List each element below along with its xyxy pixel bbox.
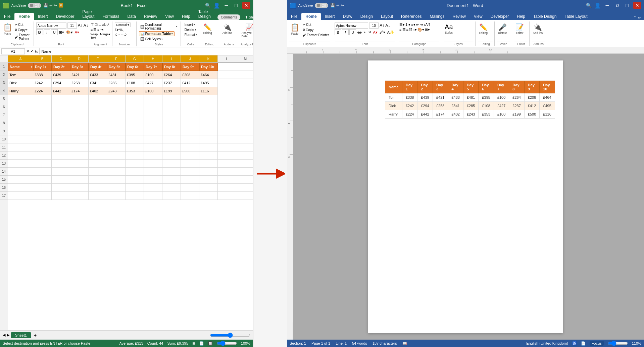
- cell-A4[interactable]: Harry: [8, 87, 33, 95]
- word-font-color-btn[interactable]: A▾: [372, 30, 378, 35]
- cell-B6[interactable]: [33, 103, 52, 111]
- word-tab-home[interactable]: Home: [301, 13, 320, 20]
- cell-M1[interactable]: [236, 63, 253, 71]
- cell-I17[interactable]: [162, 192, 181, 200]
- cell-A9[interactable]: [8, 127, 33, 135]
- word-bold-btn[interactable]: B: [335, 29, 341, 35]
- cut-btn[interactable]: ✂ Cut: [13, 23, 32, 27]
- cell-F15[interactable]: [107, 176, 126, 184]
- word-tab-tabledesign[interactable]: Table Design: [529, 13, 560, 20]
- cell-H1[interactable]: Day 7 ▾: [144, 63, 162, 71]
- comments-btn[interactable]: Comments: [217, 14, 240, 20]
- cell-M10[interactable]: [236, 135, 253, 143]
- cell-E13[interactable]: [89, 160, 107, 168]
- cell-D13[interactable]: [70, 160, 89, 168]
- row-header-13[interactable]: 13: [0, 160, 8, 168]
- cell-I9[interactable]: [162, 127, 181, 135]
- align-left-icon[interactable]: ≡: [91, 28, 93, 32]
- word-tab-file[interactable]: File: [287, 13, 301, 20]
- cell-F14[interactable]: [107, 168, 126, 176]
- excel-tab-review[interactable]: Review: [140, 13, 161, 20]
- cell-L3[interactable]: [218, 79, 236, 87]
- cell-C5[interactable]: [52, 95, 70, 103]
- word-shading-btn[interactable]: 🎨▾: [417, 28, 424, 32]
- cell-A6[interactable]: [8, 103, 33, 111]
- word-tab-design[interactable]: Design: [356, 13, 377, 20]
- formula-input[interactable]: [39, 48, 252, 54]
- cell-I11[interactable]: [162, 143, 181, 151]
- align-middle-icon[interactable]: ⊡: [95, 23, 98, 27]
- row-header-10[interactable]: 10: [0, 135, 8, 143]
- excel-tab-view[interactable]: View: [161, 13, 178, 20]
- cell-E2[interactable]: £433: [89, 71, 107, 79]
- cell-F16[interactable]: [107, 184, 126, 192]
- next-sheet-btn[interactable]: ▶: [7, 333, 9, 337]
- word-editor-btn[interactable]: 📝 Editor: [514, 23, 525, 35]
- cell-C12[interactable]: [52, 151, 70, 160]
- word-autosave-toggle[interactable]: Off: [315, 3, 328, 8]
- sheet-tab-sheet1[interactable]: Sheet1: [11, 332, 31, 338]
- word-search-icon[interactable]: 🔍: [586, 3, 592, 8]
- cell-G3[interactable]: £108: [126, 79, 144, 87]
- cell-D9[interactable]: [70, 127, 89, 135]
- cell-J4[interactable]: £500: [181, 87, 199, 95]
- cell-L15[interactable]: [218, 176, 236, 184]
- cell-M9[interactable]: [236, 127, 253, 135]
- word-tab-references[interactable]: References: [397, 13, 426, 20]
- cell-D3[interactable]: £258: [70, 79, 89, 87]
- word-editing-btn[interactable]: ✏️ Editing: [478, 23, 489, 35]
- cell-K7[interactable]: [199, 111, 218, 119]
- cell-A15[interactable]: [8, 176, 33, 184]
- cell-L11[interactable]: [218, 143, 236, 151]
- word-cut-btn[interactable]: ✂ Cut: [301, 23, 330, 27]
- insert-function-icon[interactable]: fx: [35, 49, 38, 53]
- cell-L9[interactable]: [218, 127, 236, 135]
- cell-A1[interactable]: Name ▾: [8, 63, 33, 71]
- cell-G7[interactable]: [126, 111, 144, 119]
- row-header-6[interactable]: 6: [0, 103, 8, 111]
- cell-K16[interactable]: [199, 184, 218, 192]
- cell-L17[interactable]: [218, 192, 236, 200]
- cell-A12[interactable]: [8, 151, 33, 160]
- cell-G8[interactable]: [126, 119, 144, 127]
- cell-I5[interactable]: [162, 95, 181, 103]
- currency-btn[interactable]: £▾: [115, 28, 119, 32]
- excel-minimize-btn[interactable]: ─: [223, 2, 230, 9]
- cell-B15[interactable]: [33, 176, 52, 184]
- cell-E14[interactable]: [89, 168, 107, 176]
- excel-tab-file[interactable]: File: [0, 13, 14, 20]
- cell-M5[interactable]: [236, 95, 253, 103]
- cell-J7[interactable]: [181, 111, 199, 119]
- cell-J1[interactable]: Day 9 ▾: [181, 63, 199, 71]
- conditional-formatting-btn[interactable]: 🔲 Conditional Formatting ▾: [139, 23, 179, 31]
- cell-I6[interactable]: [162, 103, 181, 111]
- word-font-family[interactable]: [335, 23, 368, 29]
- cell-I1[interactable]: Day 8 ▾: [162, 63, 181, 71]
- row-header-1[interactable]: 1: [0, 63, 8, 71]
- row-header-4[interactable]: 4: [0, 87, 8, 95]
- cell-E10[interactable]: [89, 135, 107, 143]
- cell-K10[interactable]: [199, 135, 218, 143]
- word-numbering-btn[interactable]: 1.▾: [405, 23, 410, 27]
- word-align-right-btn[interactable]: ≡: [406, 28, 408, 32]
- cell-G14[interactable]: [126, 168, 144, 176]
- percent-btn[interactable]: %: [119, 28, 123, 32]
- cell-I16[interactable]: [162, 184, 181, 192]
- row-header-3[interactable]: 3: [0, 79, 8, 87]
- excel-tab-tabledesign[interactable]: Table Design: [194, 8, 215, 20]
- cell-B14[interactable]: [33, 168, 52, 176]
- cell-A16[interactable]: [8, 184, 33, 192]
- cell-H4[interactable]: £100: [144, 87, 162, 95]
- cell-F10[interactable]: [107, 135, 126, 143]
- cell-J8[interactable]: [181, 119, 199, 127]
- cell-K3[interactable]: £495: [199, 79, 218, 87]
- cell-F3[interactable]: £285: [107, 79, 126, 87]
- cell-J17[interactable]: [181, 192, 199, 200]
- decrease-decimal-btn[interactable]: ←.0: [121, 33, 127, 36]
- cell-B17[interactable]: [33, 192, 52, 200]
- font-size-input[interactable]: [67, 23, 77, 29]
- cell-H8[interactable]: [144, 119, 162, 127]
- excel-tab-pagelayout[interactable]: Page Layout: [78, 8, 98, 20]
- cell-M12[interactable]: [236, 151, 253, 160]
- underline-btn[interactable]: U: [51, 29, 58, 35]
